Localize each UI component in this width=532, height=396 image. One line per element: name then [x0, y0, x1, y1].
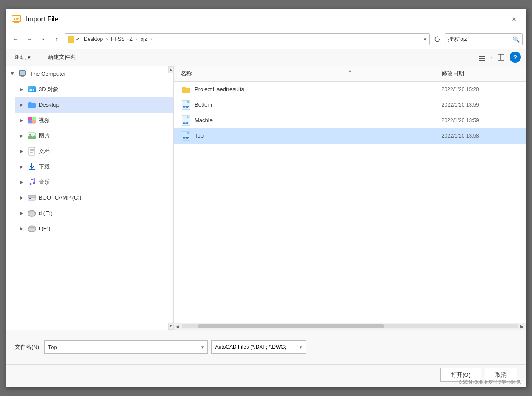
scroll-track[interactable] — [182, 324, 518, 328]
sidebar-item-computer[interactable]: ▶ The Computer — [6, 66, 173, 82]
file-name: Bottom — [195, 101, 438, 108]
sort-up-arrow: ▲ — [348, 68, 352, 73]
file-name: Machie — [195, 117, 438, 123]
svg-rect-19 — [28, 120, 32, 123]
bootcamp-chevron: ▶ — [18, 194, 25, 201]
document-label: 文档 — [39, 147, 50, 155]
horizontal-scrollbar[interactable]: ◀ ▶ — [174, 323, 526, 330]
sidebar-item-video[interactable]: ▶ 视频 — [15, 113, 173, 128]
svg-rect-23 — [29, 147, 35, 155]
svg-rect-31 — [28, 195, 36, 198]
toolbar-right: ▾ ? — [476, 51, 521, 63]
up-button[interactable]: ↑ — [51, 33, 63, 45]
d-drive-label: d (E:) — [39, 210, 53, 216]
3d-icon: 3D — [28, 85, 36, 94]
sidebar-item-download[interactable]: ▶ 下载 — [15, 159, 173, 175]
sidebar-item-bootcamp[interactable]: ▶ BOOTCAMP (C:) — [15, 190, 173, 206]
recent-locations-button[interactable]: ▾ — [37, 33, 49, 45]
sidebar-item-picture[interactable]: ▶ 图片 — [15, 128, 173, 144]
address-ojz: ojz — [140, 36, 147, 42]
document-chevron: ▶ — [18, 148, 25, 155]
svg-rect-9 — [498, 54, 504, 60]
sidebar-item-document[interactable]: ▶ 文档 — [15, 144, 173, 159]
sidebar-scroll[interactable]: ▶ The Computer ▶ — [6, 66, 173, 330]
file-date: 2022/1/20 13:59 — [442, 117, 519, 123]
music-icon — [28, 178, 36, 187]
search-bar[interactable]: 搜索"ojz" 🔍 — [445, 33, 523, 45]
sidebar: ▶ The Computer ▶ — [6, 66, 174, 330]
svg-text:3D: 3D — [29, 88, 34, 92]
video-icon — [28, 116, 36, 125]
svg-rect-7 — [479, 58, 485, 59]
filetype-select[interactable]: AutoCAD Files (*.DXF; *.DWG; ▾ — [211, 340, 306, 354]
address-end: › — [149, 36, 152, 42]
title-icon — [11, 14, 22, 25]
scroll-up-button[interactable]: ▲ — [168, 66, 173, 73]
table-row[interactable]: DXF Top 2022/1/20 13:58 — [174, 128, 526, 144]
footer: 文件名(N): Top ▾ AutoCAD Files (*.DXF; *.DW… — [6, 330, 526, 364]
organize-arrow: ▾ — [28, 54, 31, 61]
filetype-dropdown-arrow: ▾ — [300, 344, 302, 350]
filename-input[interactable]: Top ▾ — [44, 340, 208, 354]
watermark: CSDN @堆堆多写博客小睡觉 — [459, 379, 521, 385]
svg-point-29 — [33, 182, 35, 184]
picture-chevron: ▶ — [18, 132, 25, 139]
back-button[interactable]: ← — [9, 33, 22, 45]
svg-rect-33 — [30, 198, 31, 199]
document-icon — [28, 147, 36, 156]
address-hfss: HFSS FZ — [111, 36, 133, 42]
svg-rect-32 — [29, 198, 30, 199]
3d-label: 3D 对象 — [39, 86, 59, 93]
help-button[interactable]: ? — [510, 52, 521, 63]
svg-rect-8 — [479, 60, 485, 61]
computer-icon — [19, 70, 28, 78]
view-separator: ▾ — [490, 55, 492, 60]
file-list[interactable]: Project1.aedtresults 2022/1/20 15:20 DXF… — [174, 82, 526, 323]
open-label: 打开(O) — [451, 371, 470, 379]
picture-icon — [28, 132, 36, 140]
table-row[interactable]: DXF Bottom 2022/1/20 13:59 — [174, 97, 526, 113]
new-folder-label: 新建文件夹 — [48, 53, 76, 61]
table-row[interactable]: DXF Machie 2022/1/20 13:59 — [174, 113, 526, 128]
search-icon: 🔍 — [513, 36, 520, 43]
close-button[interactable]: × — [507, 12, 521, 26]
sidebar-item-d-drive[interactable]: ▶ d (E:) — [15, 206, 173, 221]
col-name-header[interactable]: 名称 — [181, 70, 442, 77]
table-row[interactable]: Project1.aedtresults 2022/1/20 15:20 — [174, 82, 526, 97]
scroll-left-button[interactable]: ◀ — [175, 323, 181, 329]
3d-chevron: ▶ — [18, 86, 25, 93]
organize-button[interactable]: 组织 ▾ — [11, 52, 34, 63]
forward-button[interactable]: → — [23, 33, 35, 45]
bootcamp-label: BOOTCAMP (C:) — [39, 194, 81, 201]
scroll-right-button[interactable]: ▶ — [519, 323, 525, 329]
sidebar-item-e-drive[interactable]: ▶ l (E:) — [15, 221, 173, 236]
address-desktop: Desktop — [84, 36, 103, 42]
view-details-button[interactable] — [476, 51, 488, 63]
scroll-down-button[interactable]: ▼ — [168, 323, 173, 330]
sidebar-item-desktop[interactable]: ▶ Desktop — [15, 97, 173, 113]
import-file-dialog: Import File × ← → ▾ ↑ « Desktop › HFSS F… — [6, 9, 526, 387]
col-date-header[interactable]: 修改日期 — [442, 70, 519, 77]
filename-label: 文件名(N): — [15, 343, 41, 351]
preview-pane-button[interactable] — [495, 51, 507, 63]
file-name: Top — [195, 132, 438, 139]
scroll-thumb[interactable] — [198, 324, 384, 328]
new-folder-button[interactable]: 新建文件夹 — [44, 52, 79, 63]
svg-rect-6 — [479, 56, 485, 57]
download-chevron: ▶ — [18, 163, 25, 170]
svg-point-28 — [30, 183, 32, 185]
title-bar: Import File × — [6, 9, 526, 30]
filename-dropdown-arrow: ▾ — [201, 344, 204, 350]
address-bar[interactable]: « Desktop › HFSS FZ › ojz › ▾ — [65, 33, 430, 45]
sidebar-item-music[interactable]: ▶ 音乐 — [15, 175, 173, 190]
file-date: 2022/1/20 13:58 — [442, 133, 519, 139]
folder-icon — [181, 84, 191, 95]
svg-rect-5 — [479, 55, 485, 55]
computer-chevron: ▶ — [9, 71, 16, 77]
e-drive-icon — [28, 224, 36, 233]
bootcamp-icon — [28, 193, 36, 202]
sidebar-item-3d[interactable]: ▶ 3D 3D 对象 — [15, 82, 173, 97]
refresh-button[interactable] — [431, 33, 443, 45]
address-dropdown-arrow[interactable]: ▾ — [424, 37, 427, 42]
organize-label: 组织 — [15, 53, 26, 61]
